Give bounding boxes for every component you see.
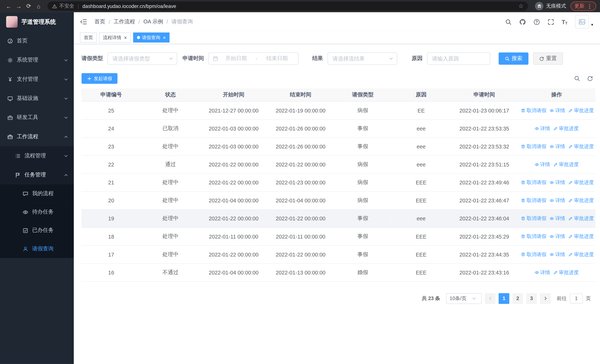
app-logo[interactable]: 芋道管理系统 (0, 12, 74, 31)
reason-input[interactable] (428, 56, 490, 62)
font-size-icon[interactable]: TT (562, 19, 568, 25)
action-progress[interactable]: 审批进度 (553, 269, 579, 276)
sidebar-item[interactable]: 我的流程 (0, 184, 74, 203)
apply-time-range[interactable]: 开始日期 - 结束日期 (208, 52, 298, 65)
action-cancel[interactable]: 取消请假 (521, 251, 546, 258)
sidebar-item[interactable]: 待办任务 (0, 203, 74, 221)
avatar[interactable] (575, 15, 589, 29)
action-cancel[interactable]: 取消请假 (521, 107, 546, 114)
cell-end: 2022-01-26 00:00:00 (267, 137, 334, 155)
action-progress[interactable]: 审批进度 (553, 161, 579, 168)
sidebar-item[interactable]: 首页 (0, 31, 74, 50)
page-button[interactable]: 3 (526, 293, 537, 304)
sidebar-item[interactable]: 基础设施 (0, 89, 74, 108)
update-button[interactable]: 更新 ⋮ (571, 1, 596, 11)
action-detail[interactable]: 详情 (549, 197, 565, 204)
action-detail[interactable]: 详情 (534, 269, 550, 276)
action-detail[interactable]: 详情 (549, 143, 565, 150)
close-icon[interactable]: × (163, 35, 166, 40)
sidebar-item[interactable]: 任务管理 (0, 165, 74, 184)
page-button[interactable]: 1 (499, 293, 509, 304)
action-detail[interactable]: 详情 (549, 251, 565, 258)
page-size-select[interactable]: 10条/页 (446, 293, 482, 304)
forward-button[interactable]: → (14, 1, 24, 11)
date-separator: - (253, 56, 260, 62)
prev-page-button[interactable] (485, 293, 496, 304)
help-icon[interactable] (533, 19, 540, 25)
next-page-button[interactable] (540, 293, 551, 304)
action-cancel[interactable]: 取消请假 (521, 215, 546, 222)
refresh-icon[interactable] (587, 75, 593, 82)
action-detail[interactable]: 详情 (534, 161, 550, 168)
address-bar[interactable]: 不安全 | dashboard.yudao.iocoder.cn/bpm/oa/… (47, 1, 528, 11)
back-button[interactable]: ← (4, 1, 14, 11)
list-icon (14, 153, 20, 159)
reason-field[interactable] (427, 52, 490, 65)
tab[interactable]: 流程详情× (99, 33, 131, 43)
goto-page-input[interactable] (570, 293, 583, 303)
menu-fold-icon[interactable] (80, 18, 88, 26)
search-icon[interactable] (505, 19, 512, 25)
action-detail[interactable]: 详情 (549, 179, 565, 186)
chevron-down-icon (389, 56, 394, 61)
close-icon[interactable]: × (124, 35, 127, 40)
search-button[interactable]: 搜索 (499, 52, 528, 65)
cell-status: 处理中 (141, 173, 200, 191)
action-progress[interactable]: 审批进度 (568, 251, 594, 258)
action-label: 详情 (540, 269, 550, 276)
action-progress[interactable]: 审批进度 (568, 143, 594, 150)
browser-menu-icon[interactable]: ⋮ (587, 3, 592, 9)
bookmark-star-icon[interactable]: ☆ (518, 3, 524, 9)
create-leave-button[interactable]: 发起请假 (82, 73, 117, 84)
cell-reason: eee (392, 119, 451, 137)
end-date-placeholder[interactable]: 结束日期 (260, 55, 294, 62)
progress-icon (568, 108, 573, 113)
action-detail[interactable]: 详情 (549, 107, 565, 114)
result-select[interactable] (328, 52, 397, 65)
github-icon[interactable] (519, 19, 526, 25)
home-button[interactable]: ⌂ (34, 1, 44, 11)
action-progress[interactable]: 审批进度 (568, 107, 594, 114)
sidebar-item-label: 研发工具 (17, 114, 38, 121)
action-detail[interactable]: 详情 (549, 215, 565, 222)
security-label[interactable]: 不安全 (59, 3, 74, 9)
reset-button[interactable]: 重置 (533, 52, 563, 65)
tab[interactable]: 请假查询× (133, 33, 169, 43)
user-menu[interactable]: ▼ (575, 15, 594, 29)
action-progress[interactable]: 审批进度 (568, 197, 594, 204)
reload-button[interactable]: ⟳ (24, 1, 34, 11)
fullscreen-icon[interactable] (548, 19, 554, 25)
reset-button-label: 重置 (546, 55, 557, 62)
page-button[interactable]: 2 (512, 293, 523, 304)
breadcrumb-item[interactable]: OA 示例 (143, 18, 163, 25)
start-date-placeholder[interactable]: 开始日期 (219, 55, 253, 62)
action-cancel[interactable]: 取消请假 (521, 197, 546, 204)
leave-type-input[interactable] (108, 56, 167, 62)
action-progress[interactable]: 审批进度 (568, 215, 594, 222)
tab[interactable]: 首页 (80, 33, 97, 43)
action-cancel[interactable]: 取消请假 (521, 179, 546, 186)
sidebar-item[interactable]: 系统管理 (0, 51, 74, 70)
action-detail[interactable]: 详情 (549, 233, 565, 240)
column-header: 申请时间 (451, 88, 518, 101)
action-progress[interactable]: 审批进度 (568, 233, 594, 240)
result-input[interactable] (328, 56, 387, 62)
toggle-search-icon[interactable] (574, 75, 580, 82)
sidebar-item[interactable]: 流程管理 (0, 146, 74, 165)
breadcrumb-item[interactable]: 首页 (94, 18, 105, 25)
action-label: 审批进度 (574, 179, 594, 186)
url-text[interactable]: dashboard.yudao.iocoder.cn/bpm/oa/leave (83, 3, 516, 9)
action-progress[interactable]: 审批进度 (553, 125, 579, 132)
cell-end: 2022-01-11 00:00:00 (267, 227, 334, 245)
sidebar-item[interactable]: 支付管理 (0, 70, 74, 89)
leave-type-select[interactable] (107, 52, 177, 65)
action-detail[interactable]: 详情 (534, 125, 550, 132)
action-cancel[interactable]: 取消请假 (521, 143, 546, 150)
action-cancel[interactable]: 取消请假 (521, 233, 546, 240)
sidebar-item[interactable]: 请假查询 (0, 240, 74, 258)
sidebar-item[interactable]: 研发工具 (0, 108, 74, 127)
breadcrumb-item[interactable]: 工作流程 (113, 18, 135, 25)
action-progress[interactable]: 审批进度 (568, 179, 594, 186)
sidebar-item[interactable]: 已办任务 (0, 221, 74, 240)
sidebar-item[interactable]: 工作流程 (0, 127, 74, 146)
